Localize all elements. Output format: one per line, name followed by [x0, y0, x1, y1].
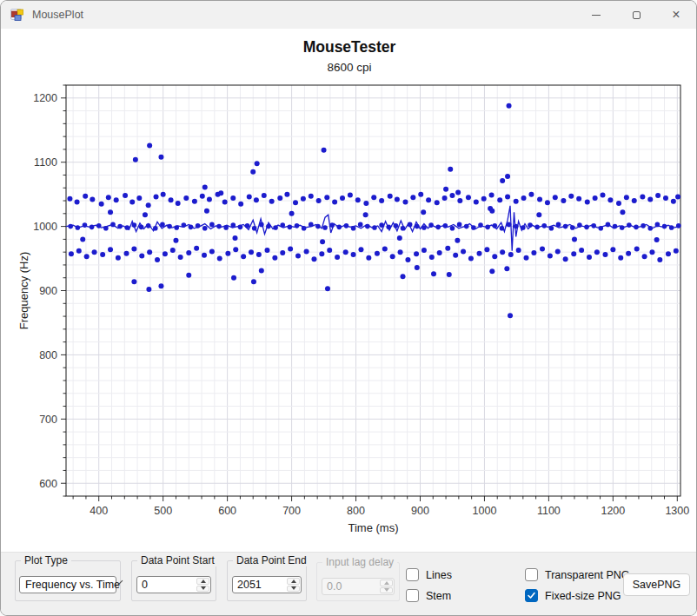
- checkbox-icon: [525, 568, 538, 581]
- fixed-size-png-checkbox[interactable]: Fixed-size PNG: [525, 589, 621, 602]
- data-point-start-label: Data Point Start: [137, 554, 218, 566]
- data-point-start-down-button[interactable]: [196, 586, 209, 593]
- data-point-start-groupbox: Data Point Start 0: [131, 560, 216, 601]
- checkbox-icon: [525, 589, 538, 602]
- chart-region: 4005006007008009001000110012001300600700…: [1, 29, 697, 552]
- data-point-end-input[interactable]: 2051: [233, 577, 286, 593]
- svg-text:400: 400: [90, 505, 108, 517]
- fixed-size-png-checkbox-label: Fixed-size PNG: [545, 590, 621, 602]
- lines-checkbox-label: Lines: [426, 569, 452, 581]
- input-lag-delay-label: Input lag delay: [322, 556, 397, 568]
- arrow-down-icon: [201, 586, 206, 590]
- input-lag-delay-up-button: [380, 580, 393, 586]
- data-point-start-spinner[interactable]: 0: [136, 576, 211, 593]
- transparent-png-checkbox[interactable]: Transparent PNG: [525, 568, 630, 581]
- svg-text:1000: 1000: [473, 505, 497, 517]
- svg-text:1000: 1000: [33, 221, 57, 233]
- x-axis-label: Time (ms): [348, 521, 398, 534]
- data-point-end-up-button[interactable]: [287, 578, 300, 585]
- arrow-up-icon: [201, 580, 206, 583]
- check-icon: [527, 591, 536, 600]
- plot-svg: 4005006007008009001000110012001300600700…: [1, 29, 697, 552]
- svg-text:1200: 1200: [601, 505, 625, 517]
- checkbox-icon: [406, 568, 419, 581]
- control-panel: Plot Type Frequency vs. Time Data Point …: [1, 552, 697, 616]
- maximize-icon: [633, 11, 641, 19]
- y-axis-label: Frequency (Hz): [17, 252, 30, 330]
- chart-subtitle: 8600 cpi: [1, 61, 697, 74]
- checkbox-icon: [406, 589, 419, 602]
- svg-text:1300: 1300: [665, 505, 689, 517]
- input-lag-delay-input: 0.0: [322, 579, 379, 594]
- window-controls: ×: [576, 1, 696, 29]
- transparent-png-checkbox-label: Transparent PNG: [545, 569, 630, 581]
- mouseplot-window: MousePlot × 4005006007008009001000110012…: [0, 0, 697, 616]
- tick-labels: 4005006007008009001000110012001300600700…: [33, 92, 689, 517]
- minimize-icon: [592, 15, 601, 16]
- svg-text:1100: 1100: [34, 156, 57, 169]
- svg-text:700: 700: [282, 505, 301, 517]
- close-icon: ×: [672, 8, 680, 22]
- lines-checkbox[interactable]: Lines: [406, 568, 452, 581]
- input-lag-delay-spinner: 0.0: [322, 578, 395, 595]
- svg-text:800: 800: [347, 505, 365, 517]
- data-point-end-down-button[interactable]: [287, 586, 300, 593]
- plot-type-combobox[interactable]: Frequency vs. Time: [19, 576, 116, 593]
- arrow-up-icon: [291, 580, 296, 583]
- svg-text:600: 600: [218, 505, 236, 517]
- svg-text:900: 900: [411, 505, 429, 517]
- stem-checkbox-label: Stem: [426, 590, 451, 602]
- stem-checkbox[interactable]: Stem: [406, 589, 451, 602]
- save-png-button[interactable]: SavePNG: [623, 573, 690, 596]
- data-point-start-input[interactable]: 0: [137, 577, 196, 593]
- data-point-end-spinner[interactable]: 2051: [232, 576, 302, 593]
- svg-text:800: 800: [39, 349, 57, 361]
- arrow-down-icon: [291, 586, 296, 590]
- svg-text:600: 600: [39, 478, 57, 490]
- plot-type-groupbox: Plot Type Frequency vs. Time: [15, 560, 121, 601]
- data-point-start-up-button[interactable]: [196, 578, 209, 585]
- app-icon: [10, 8, 24, 22]
- arrow-down-icon: [384, 588, 389, 592]
- data-point-end-groupbox: Data Point End 2051: [227, 560, 307, 601]
- window-title: MousePlot: [32, 9, 83, 21]
- svg-text:1200: 1200: [33, 92, 57, 104]
- input-lag-delay-groupbox: Input lag delay 0.0: [316, 562, 400, 601]
- minimize-button[interactable]: [576, 1, 616, 29]
- data-point-end-label: Data Point End: [233, 554, 310, 566]
- plot-type-label: Plot Type: [21, 554, 71, 566]
- svg-text:500: 500: [154, 505, 172, 517]
- gridlines: [66, 85, 680, 496]
- input-lag-delay-down-button: [380, 587, 393, 594]
- maximize-button[interactable]: [616, 1, 656, 29]
- chart-title: MouseTester: [1, 38, 697, 56]
- svg-text:900: 900: [39, 285, 57, 297]
- arrow-up-icon: [384, 581, 389, 585]
- plot-type-value: Frequency vs. Time: [20, 579, 120, 591]
- series-upper-band: [67, 192, 680, 209]
- svg-text:700: 700: [39, 414, 57, 426]
- close-button[interactable]: ×: [656, 1, 696, 29]
- titlebar: MousePlot ×: [1, 1, 696, 29]
- svg-text:1100: 1100: [537, 505, 561, 517]
